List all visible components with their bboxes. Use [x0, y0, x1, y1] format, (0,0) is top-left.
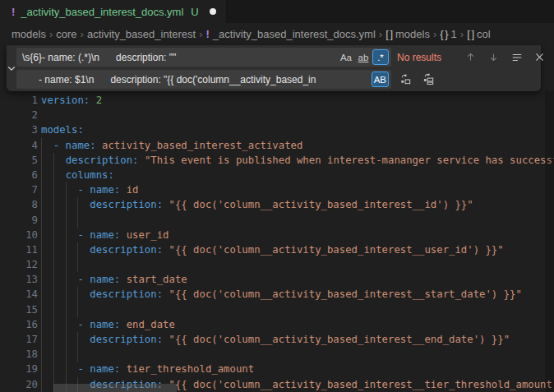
code-token [120, 274, 126, 285]
code-line-content: columns: [41, 168, 554, 182]
indent-guide [41, 377, 42, 392]
close-icon [534, 52, 545, 62]
unsaved-changes-dot-icon[interactable] [210, 8, 216, 15]
indent-guide [53, 168, 54, 182]
code-token [41, 274, 77, 285]
breadcrumb-item[interactable]: { }1 [440, 28, 457, 40]
code-line[interactable]: 15 [0, 302, 554, 317]
code-line[interactable]: 12 [0, 257, 554, 272]
indent-guide [77, 347, 78, 362]
indent-guide [53, 362, 54, 376]
code-token: start_date [127, 274, 187, 285]
breadcrumb-item[interactable]: [ ]models [385, 28, 430, 40]
code-line[interactable]: 10 - name: user_id [0, 228, 554, 242]
code-line[interactable]: 17 description: "{{ doc('column__activit… [0, 332, 554, 347]
next-match-button[interactable] [485, 48, 502, 66]
code-line[interactable]: 19 - name: tier_threshold_amount [0, 362, 554, 376]
code-token: - name: [77, 363, 120, 375]
code-line[interactable]: 16 - name: end_date [0, 317, 554, 332]
replace-button[interactable] [397, 71, 414, 88]
toggle-replace-button[interactable] [7, 45, 16, 91]
code-line[interactable]: 6 columns: [0, 168, 554, 182]
code-line-content: description: "{{ doc('column__activity_b… [41, 242, 554, 257]
breadcrumb-item[interactable]: [ ]col [467, 28, 490, 40]
close-find-widget-button[interactable] [531, 48, 548, 66]
code-line[interactable]: 9 [0, 213, 554, 228]
vertical-scrollbar-gutter[interactable] [545, 90, 554, 392]
code-line[interactable]: 2 [0, 108, 554, 122]
code-line[interactable]: 14 description: "{{ doc('column__activit… [0, 287, 554, 302]
code-line[interactable]: 13 - name: start_date [0, 272, 554, 287]
previous-match-button[interactable] [462, 48, 479, 66]
line-number: 1 [0, 93, 38, 108]
code-token: tier_threshold_amount [127, 363, 254, 375]
code-line[interactable]: 4 - name: activity_based_interest_activa… [0, 138, 554, 153]
match-case-toggle[interactable]: Aa [338, 49, 354, 65]
code-line-content [41, 347, 554, 362]
indent-guide [41, 138, 42, 153]
indent-guide [53, 257, 54, 272]
find-input[interactable]: \s{6}- name: (.*)\n description: "" Aa a… [16, 48, 391, 67]
indent-guide [66, 302, 67, 317]
code-line[interactable]: 5 description: "This event is published … [0, 153, 554, 168]
code-token: description: [90, 244, 163, 256]
breadcrumb-label: _activity_based_interest_docs.yml [213, 28, 376, 40]
indent-guide [53, 272, 54, 287]
code-line[interactable]: 8 description: "{{ doc('column__activity… [0, 197, 554, 212]
code-token: "{{ doc('column__activity_based_interest… [169, 288, 521, 300]
horizontal-scrollbar[interactable] [53, 384, 177, 392]
indent-guide [41, 182, 42, 197]
find-replace-widget: \s{6}- name: (.*)\n description: "" Aa a… [7, 45, 541, 91]
chevron-right-icon: › [81, 28, 84, 40]
chevron-right-icon: › [199, 28, 202, 40]
code-line-content: description: "This event is published wh… [41, 153, 554, 168]
line-number: 6 [0, 168, 38, 182]
regex-toggle[interactable]: .* [372, 49, 389, 65]
indent-guide [41, 347, 42, 362]
indent-guide [66, 347, 67, 362]
code-token: version: [41, 95, 90, 106]
code-line-content: - name: end_date [41, 317, 554, 332]
find-query-text: \s{6}- name: (.*)\n description: "" [22, 52, 337, 63]
code-token: 2 [96, 95, 102, 106]
indent-guide [41, 168, 42, 182]
tab-filename: _activity_based_interest_docs.yml [21, 6, 183, 18]
code-token: - name: [77, 319, 120, 330]
replace-all-button[interactable] [420, 71, 437, 88]
tab-active-file[interactable]: ! _activity_based_interest_docs.yml U [0, 0, 227, 23]
tab-bar: ! _activity_based_interest_docs.yml U [0, 0, 554, 23]
indent-guide [41, 302, 42, 317]
code-line-content [41, 257, 554, 272]
code-token: description: [66, 154, 139, 166]
indent-guide [53, 317, 54, 332]
yaml-file-icon: ! [12, 6, 15, 18]
code-token: "{{ doc('column__activity_based_interest… [169, 379, 552, 390]
code-line[interactable]: 3models: [0, 122, 554, 137]
breadcrumb-item[interactable]: core [56, 28, 76, 40]
breadcrumb: models›core›activity_based_interest›!_ac… [0, 23, 554, 45]
line-number: 16 [0, 317, 38, 332]
whole-word-toggle[interactable]: ab [355, 49, 372, 65]
indent-guide [41, 242, 42, 257]
code-token: - name: [77, 274, 120, 285]
code-line[interactable]: 7 - name: id [0, 182, 554, 197]
code-line[interactable]: 18 [0, 347, 554, 362]
indent-guide [66, 272, 67, 287]
breadcrumb-item[interactable]: activity_based_interest [87, 28, 196, 40]
code-line[interactable]: 11 description: "{{ doc('column__activit… [0, 242, 554, 257]
breadcrumb-item[interactable]: !_activity_based_interest_docs.yml [206, 28, 376, 40]
code-line-content [41, 213, 554, 228]
code-line[interactable]: 1version: 2 [0, 93, 554, 108]
code-token: "{{ doc('column__activity_based_interest… [169, 334, 510, 345]
indent-guide [53, 153, 54, 168]
preserve-case-toggle[interactable]: AB [372, 71, 389, 87]
breadcrumb-label: core [56, 28, 76, 40]
replace-icon [399, 73, 412, 85]
code-token: id [127, 184, 139, 196]
replace-input[interactable]: - name: $1\n description: "{{ doc('colum… [16, 70, 391, 89]
breadcrumb-item[interactable]: models [12, 28, 46, 40]
find-in-selection-button[interactable] [508, 48, 525, 66]
chevron-right-icon: › [379, 28, 382, 40]
editor-pane[interactable]: 1version: 223models:4 - name: activity_b… [0, 45, 554, 392]
code-token: description: [90, 199, 163, 210]
